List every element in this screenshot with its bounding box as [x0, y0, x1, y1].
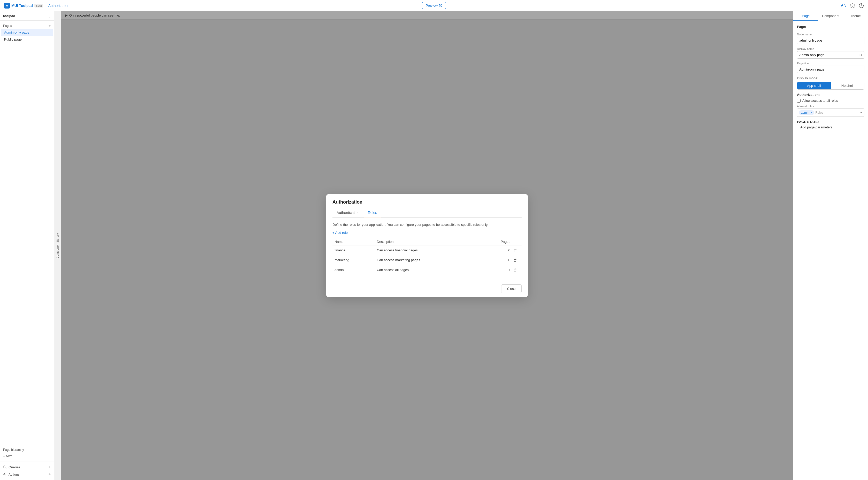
- page-hierarchy-label: Page hierarchy: [3, 448, 51, 452]
- refresh-icon[interactable]: ↺: [859, 53, 862, 57]
- topbar: M MUI Toolpad Beta Authorization Preview: [0, 0, 868, 11]
- component-library-label: Component library: [56, 233, 59, 258]
- drag-icon: ≡: [3, 455, 5, 458]
- modal-tabs: Authentication Roles: [333, 208, 522, 217]
- settings-icon[interactable]: [850, 3, 855, 8]
- modal-overlay: Authorization Authentication Roles Defin…: [61, 11, 793, 480]
- logo-icon: M: [4, 3, 10, 8]
- modal-footer: Close: [326, 280, 528, 297]
- roles-input-row[interactable]: admin × Roles ▼: [797, 109, 864, 117]
- tab-theme[interactable]: Theme: [843, 11, 868, 21]
- allow-all-roles-checkbox[interactable]: [797, 99, 801, 102]
- right-panel-tabs: Page Component Theme: [793, 11, 868, 21]
- role-desc-admin: Can access all pages.: [375, 265, 483, 275]
- display-mode-no-shell[interactable]: No shell: [831, 82, 864, 89]
- role-delete-marketing[interactable]: 🗑: [511, 255, 522, 265]
- role-name-marketing: marketing: [333, 255, 375, 265]
- add-action-button[interactable]: +: [49, 472, 51, 476]
- help-icon[interactable]: [859, 3, 864, 8]
- display-mode-buttons: App shell No shell: [797, 82, 864, 90]
- add-page-button[interactable]: +: [49, 24, 51, 28]
- sidebar-menu-icon[interactable]: ⋮: [48, 14, 51, 18]
- roles-dropdown-arrow[interactable]: ▼: [860, 111, 863, 114]
- queries-label: Queries: [8, 465, 21, 469]
- page-state-label: PAGE STATE:: [797, 120, 864, 124]
- modal-tab-authentication[interactable]: Authentication: [333, 208, 364, 217]
- page-section-label: Page:: [797, 25, 864, 29]
- right-panel-body: Page: Node name Display name ↺ Page titl…: [793, 21, 868, 133]
- topbar-center: Preview: [422, 2, 446, 9]
- display-mode-app-shell[interactable]: App shell: [797, 82, 831, 89]
- roles-table-head: Name Description Pages: [333, 238, 522, 245]
- sidebar-pages-section: Pages + Admin-only page Public page: [0, 21, 54, 45]
- cloud-icon[interactable]: [841, 3, 846, 8]
- display-mode-label: Display mode:: [797, 76, 864, 80]
- add-query-button[interactable]: +: [49, 465, 51, 469]
- display-name-input[interactable]: [797, 51, 864, 59]
- role-name-admin: admin: [333, 265, 375, 275]
- page-title-input[interactable]: [797, 66, 864, 73]
- sidebar-item-admin-only-page[interactable]: Admin-only page: [1, 29, 53, 36]
- tab-component[interactable]: Component: [818, 11, 843, 21]
- col-description: Description: [375, 238, 483, 245]
- topbar-right-icons: [841, 3, 864, 8]
- svg-point-0: [852, 5, 853, 6]
- add-role-button[interactable]: + Add role: [333, 231, 522, 235]
- node-name-label: Node name: [797, 33, 864, 36]
- authorization-modal: Authorization Authentication Roles Defin…: [326, 194, 528, 297]
- tab-page[interactable]: Page: [793, 11, 818, 21]
- node-name-input[interactable]: [797, 37, 864, 44]
- actions-icon: [3, 473, 7, 476]
- pages-label: Pages: [3, 24, 12, 28]
- page-title-field: Page title: [797, 62, 864, 73]
- external-link-icon: [439, 4, 442, 7]
- roles-placeholder: Roles: [815, 111, 823, 115]
- modal-tab-roles[interactable]: Roles: [364, 208, 381, 217]
- authorization-section-label: Authorization:: [797, 93, 864, 97]
- col-name: Name: [333, 238, 375, 245]
- delete-marketing-icon[interactable]: 🗑: [513, 258, 517, 262]
- role-desc-finance: Can access financial pages.: [375, 245, 483, 255]
- role-pages-marketing: 0: [483, 255, 511, 265]
- modal-description: Define the roles for your application. Y…: [333, 223, 522, 227]
- display-name-field: Display name ↺: [797, 47, 864, 59]
- allow-all-roles-label: Allow access to all roles: [802, 99, 838, 102]
- authorization-section: Authorization: Allow access to all roles…: [797, 93, 864, 117]
- right-panel: Page Component Theme Page: Node name Dis…: [793, 11, 868, 480]
- role-chip-admin: admin ×: [799, 110, 814, 115]
- role-delete-admin: 🗑: [511, 265, 522, 275]
- display-mode-row: Display mode: App shell No shell: [797, 76, 864, 90]
- app-name: MUI Toolpad: [11, 4, 33, 8]
- sidebar-item-public-page[interactable]: Public page: [1, 36, 53, 43]
- page-state-section: PAGE STATE: + Add page parameters: [797, 120, 864, 129]
- close-button[interactable]: Close: [501, 284, 522, 293]
- queries-label-row: Queries: [3, 465, 21, 469]
- add-page-parameters-button[interactable]: + Add page parameters: [797, 125, 864, 129]
- beta-badge: Beta: [34, 4, 43, 7]
- allow-all-roles-row[interactable]: Allow access to all roles: [797, 99, 864, 102]
- canvas-area: ▶ Only powerful people can see me. Autho…: [61, 11, 793, 480]
- role-pages-admin: 1: [483, 265, 511, 275]
- role-name-finance: finance: [333, 245, 375, 255]
- canvas-content: Authorization Authentication Roles Defin…: [61, 20, 793, 480]
- delete-finance-icon[interactable]: 🗑: [513, 248, 517, 252]
- role-chip-remove[interactable]: ×: [810, 111, 812, 115]
- display-name-label: Display name: [797, 47, 864, 50]
- queries-icon: [3, 465, 7, 469]
- preview-button[interactable]: Preview: [422, 2, 446, 9]
- actions-label: Actions: [8, 473, 20, 476]
- svg-point-2: [4, 466, 6, 468]
- page-hierarchy-section: Page hierarchy ≡ text: [0, 446, 54, 461]
- queries-section: Queries +: [0, 463, 54, 471]
- node-name-field: Node name: [797, 33, 864, 44]
- allowed-roles-label: Allowed roles: [797, 104, 864, 108]
- component-library-strip[interactable]: Component library: [54, 11, 61, 480]
- sidebar-title: toolpad: [3, 14, 15, 18]
- table-row: finance Can access financial pages. 0 🗑: [333, 245, 522, 255]
- role-delete-finance[interactable]: 🗑: [511, 245, 522, 255]
- modal-body: Define the roles for your application. Y…: [326, 217, 528, 280]
- modal-header: Authorization Authentication Roles: [326, 194, 528, 217]
- page-title-label: Page title: [797, 62, 864, 65]
- role-pages-finance: 0: [483, 245, 511, 255]
- col-pages: Pages: [483, 238, 511, 245]
